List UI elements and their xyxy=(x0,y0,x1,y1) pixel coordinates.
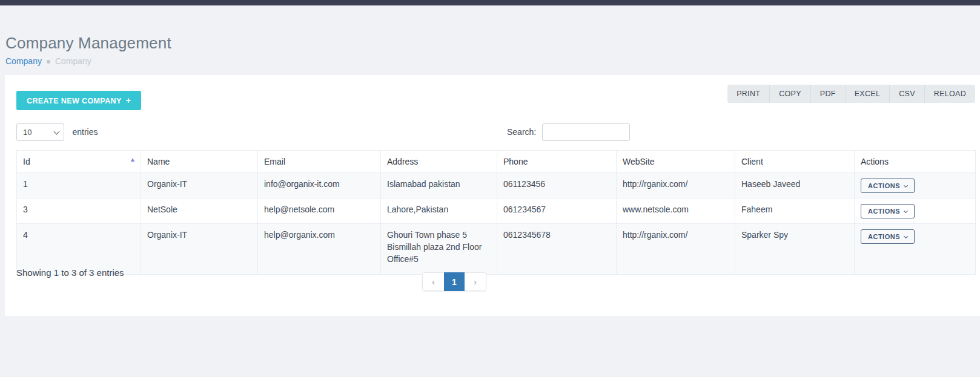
cell-phone: 061123456 xyxy=(497,173,617,198)
column-header-website[interactable]: WebSite xyxy=(617,151,735,173)
cell-website: http://rganix.com/ xyxy=(617,224,735,275)
search-input[interactable] xyxy=(542,123,630,141)
column-header-address[interactable]: Address xyxy=(381,151,497,173)
cell-actions: ACTIONS xyxy=(855,224,976,275)
cell-phone: 0612345678 xyxy=(497,224,617,275)
cell-email: help@netsole.com xyxy=(258,198,381,224)
create-new-company-label: CREATE NEW COMPANY xyxy=(27,97,122,105)
entries-label: entries xyxy=(72,127,98,137)
company-table-panel: CREATE NEW COMPANY+ PRINT COPY PDF EXCEL… xyxy=(5,75,980,316)
chevron-down-icon xyxy=(904,234,908,238)
cell-phone: 061234567 xyxy=(497,198,617,224)
cell-client: Sparker Spy xyxy=(735,224,855,275)
page-length-select-wrap: 10 xyxy=(16,123,64,141)
column-header-actions-label: Actions xyxy=(861,157,889,166)
create-new-company-button[interactable]: CREATE NEW COMPANY+ xyxy=(16,91,141,110)
actions-button-label: ACTIONS xyxy=(868,208,900,215)
cell-address: Lahore,Pakistan xyxy=(381,198,497,224)
column-header-phone-label: Phone xyxy=(503,157,528,166)
actions-dropdown-button[interactable]: ACTIONS xyxy=(861,179,915,193)
actions-dropdown-button[interactable]: ACTIONS xyxy=(861,204,915,218)
column-header-name-label: Name xyxy=(147,157,170,166)
column-header-client-label: Client xyxy=(741,157,763,166)
table-row: 3 NetSole help@netsole.com Lahore,Pakist… xyxy=(17,198,976,224)
print-button[interactable]: PRINT xyxy=(727,85,769,103)
cell-name: NetSole xyxy=(141,198,258,224)
cell-client: Haseeb Javeed xyxy=(735,173,855,198)
cell-website: www.netsole.com xyxy=(617,198,735,224)
column-header-email[interactable]: Email xyxy=(258,151,381,173)
page-length-select[interactable]: 10 xyxy=(16,123,64,141)
breadcrumb-current: Company xyxy=(55,56,91,66)
chevron-down-icon xyxy=(904,209,908,213)
pagination-previous-button[interactable]: ‹ xyxy=(422,272,444,291)
pdf-button[interactable]: PDF xyxy=(810,85,845,103)
actions-dropdown-button[interactable]: ACTIONS xyxy=(861,229,915,244)
cell-id: 3 xyxy=(17,198,141,224)
table-summary: Showing 1 to 3 of 3 entries xyxy=(16,267,124,278)
column-header-website-label: WebSite xyxy=(623,157,655,166)
column-header-email-label: Email xyxy=(264,157,285,166)
search-label: Search: xyxy=(507,127,536,137)
page-title: Company Management xyxy=(5,34,171,53)
breadcrumb-link-company[interactable]: Company xyxy=(5,56,42,66)
pagination-next-button[interactable]: › xyxy=(465,272,486,291)
column-header-client[interactable]: Client xyxy=(735,151,855,173)
chevron-right-icon: › xyxy=(474,277,477,287)
table-row: 1 Organix-IT info@organix-it.com Islamab… xyxy=(17,173,976,198)
actions-button-label: ACTIONS xyxy=(868,233,900,240)
search-control: Search: xyxy=(507,123,630,141)
cell-address: Islamabad pakistan xyxy=(381,173,497,198)
column-header-actions[interactable]: Actions xyxy=(855,151,976,173)
sort-ascending-icon: ▲ xyxy=(130,157,136,163)
pagination-page-1-button[interactable]: 1 xyxy=(444,272,465,291)
cell-address: Ghouri Town phase 5 Bismillah plaza 2nd … xyxy=(381,224,497,275)
copy-button[interactable]: COPY xyxy=(769,85,810,103)
cell-client: Faheem xyxy=(735,198,855,224)
chevron-down-icon xyxy=(904,183,908,188)
table-header-row: Id▲ Name Email Address Phone WebSite Cli… xyxy=(17,151,976,173)
actions-button-label: ACTIONS xyxy=(868,182,900,189)
csv-button[interactable]: CSV xyxy=(889,85,924,103)
column-header-phone[interactable]: Phone xyxy=(497,151,617,173)
export-toolbar: PRINT COPY PDF EXCEL CSV RELOAD xyxy=(727,85,975,103)
cell-actions: ACTIONS xyxy=(855,173,976,198)
cell-website: http://rganix.com/ xyxy=(617,173,735,198)
chevron-left-icon: ‹ xyxy=(432,277,435,287)
cell-name: Organix-IT xyxy=(141,173,258,198)
page-length-control: 10 entries xyxy=(16,123,98,141)
cell-id: 4 xyxy=(17,224,141,275)
breadcrumb: CompanyCompany xyxy=(5,56,91,66)
cell-id: 1 xyxy=(17,173,141,198)
top-navigation-bar xyxy=(0,0,980,5)
column-header-id-label: Id xyxy=(23,157,30,166)
cell-actions: ACTIONS xyxy=(855,198,976,224)
table-row: 4 Organix-IT help@organix.com Ghouri Tow… xyxy=(17,224,976,275)
reload-button[interactable]: RELOAD xyxy=(924,85,975,103)
cell-email: info@organix-it.com xyxy=(258,173,381,198)
cell-name: Organix-IT xyxy=(141,224,258,275)
column-header-name[interactable]: Name xyxy=(141,151,258,173)
breadcrumb-separator-dot xyxy=(47,60,50,64)
pagination: ‹ 1 › xyxy=(422,272,486,291)
plus-icon: + xyxy=(126,96,131,105)
column-header-id[interactable]: Id▲ xyxy=(17,151,141,173)
column-header-address-label: Address xyxy=(387,157,418,166)
cell-email: help@organix.com xyxy=(258,224,381,275)
company-table: Id▲ Name Email Address Phone WebSite Cli… xyxy=(16,150,976,275)
excel-button[interactable]: EXCEL xyxy=(845,85,890,103)
